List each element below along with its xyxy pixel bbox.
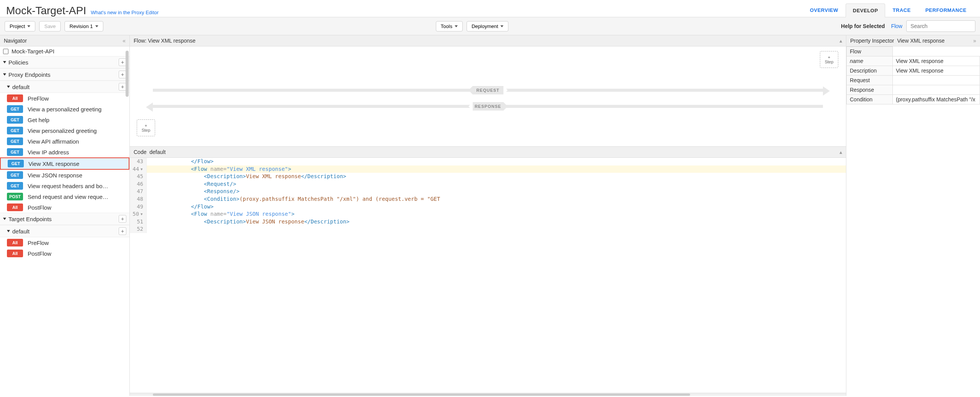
arrow-right-icon: [823, 86, 830, 96]
property-label: name: [847, 56, 893, 66]
toolbar: Project Save Revision 1 Tools Deployment…: [0, 17, 980, 35]
nav-flow-item[interactable]: GETView a personalized greeting: [0, 104, 129, 114]
code-header: Code default ▴: [130, 146, 846, 158]
collapse-left-icon[interactable]: «: [122, 38, 126, 44]
nav-flow-item[interactable]: GETView API affirmation: [0, 136, 129, 147]
plus-icon: +: [145, 123, 147, 128]
nav-root[interactable]: Mock-Target-API: [0, 46, 129, 56]
whats-new-link[interactable]: What's new in the Proxy Editor: [91, 10, 159, 15]
scrollbar-thumb[interactable]: [153, 394, 690, 396]
code-line[interactable]: 44 ▾ <Flow name="View XML response">: [130, 165, 846, 173]
project-dropdown[interactable]: Project: [5, 21, 35, 31]
property-label: Request: [847, 76, 893, 85]
property-value[interactable]: View XML response: [893, 56, 980, 66]
add-button[interactable]: +: [119, 215, 126, 223]
tab-performance[interactable]: PERFORMANCE: [918, 3, 974, 17]
expand-right-icon[interactable]: »: [973, 38, 976, 44]
tab-develop[interactable]: DEVELOP: [846, 3, 886, 17]
scrollbar-thumb[interactable]: [126, 51, 129, 97]
code-line[interactable]: 46 <Request/>: [130, 180, 846, 188]
triangle-down-icon: [3, 61, 6, 63]
flow-label: View personalized greeting: [28, 127, 126, 134]
collapse-up-icon[interactable]: ▴: [839, 38, 842, 44]
triangle-down-icon: [3, 73, 6, 76]
flow-label: View API affirmation: [28, 138, 126, 145]
code-line[interactable]: 50 ▾ <Flow name="View JSON response">: [130, 210, 846, 218]
caret-down-icon: [500, 25, 503, 27]
property-label: Description: [847, 66, 893, 76]
add-step-response[interactable]: + Step: [137, 119, 155, 136]
tab-trace[interactable]: TRACE: [885, 3, 918, 17]
add-button[interactable]: +: [119, 58, 126, 66]
help-topic-link[interactable]: Flow: [891, 23, 902, 29]
method-badge: All: [7, 250, 23, 257]
code-line[interactable]: 49 </Flow>: [130, 203, 846, 211]
collapse-code-icon[interactable]: ▴: [839, 149, 842, 155]
inspector-row: DescriptionView XML response: [847, 66, 980, 76]
nav-group[interactable]: default+: [0, 225, 129, 237]
code-line[interactable]: 47 <Response/>: [130, 188, 846, 195]
inspector-group: Flow: [847, 47, 893, 56]
code-line[interactable]: 52: [130, 225, 846, 233]
nav-flow-item[interactable]: POSTSend request and view reque…: [0, 191, 129, 202]
add-button[interactable]: +: [119, 83, 126, 91]
flow-label: View request headers and bo…: [28, 183, 126, 189]
flow-label: PreFlow: [28, 95, 126, 102]
code-editor[interactable]: 43 </Flow>44 ▾ <Flow name="View XML resp…: [130, 158, 846, 393]
property-value[interactable]: [893, 85, 980, 95]
navigator-panel: Navigator « Mock-Target-APIPolicies+Prox…: [0, 35, 130, 396]
nav-group[interactable]: default+: [0, 81, 129, 93]
property-value[interactable]: (proxy.pathsuffix MatchesPath "/x: [893, 95, 980, 104]
plus-icon: +: [828, 55, 830, 60]
method-badge: GET: [7, 171, 23, 179]
property-inspector-panel: Property Inspector View XML response » F…: [846, 35, 980, 396]
arrow-left-icon: [146, 103, 153, 112]
flow-label: View JSON response: [28, 172, 126, 179]
nav-flow-item[interactable]: GETView IP address: [0, 147, 129, 157]
code-line[interactable]: 45 <Description>View XML response</Descr…: [130, 173, 846, 180]
proxy-title: Mock-Target-API: [6, 5, 86, 17]
method-badge: All: [7, 239, 23, 246]
code-line[interactable]: 48 <Condition>(proxy.pathsuffix MatchesP…: [130, 195, 846, 203]
add-button[interactable]: +: [119, 71, 126, 78]
revision-dropdown[interactable]: Revision 1: [65, 21, 103, 31]
nav-section[interactable]: Target Endpoints+: [0, 213, 129, 225]
horizontal-scrollbar[interactable]: [130, 393, 846, 396]
center-panel: Flow: View XML response ▴ + Step REQUEST…: [130, 35, 846, 396]
nav-flow-item[interactable]: GETView personalized greeting: [0, 125, 129, 136]
help-for-selected-label: Help for Selected: [841, 23, 885, 29]
nav-flow-item[interactable]: AllPostFlow: [0, 248, 129, 259]
nav-flow-item[interactable]: GETView request headers and bo…: [0, 180, 129, 191]
method-badge: All: [7, 94, 23, 102]
property-value[interactable]: View XML response: [893, 66, 980, 76]
nav-flow-item[interactable]: GETView XML response: [0, 157, 129, 170]
tools-dropdown[interactable]: Tools: [436, 21, 463, 31]
flow-label: PostFlow: [28, 204, 126, 211]
nav-flow-item[interactable]: AllPostFlow: [0, 202, 129, 213]
search-input[interactable]: [906, 20, 975, 32]
method-badge: All: [7, 203, 23, 211]
flow-label: View a personalized greeting: [28, 106, 126, 112]
save-button[interactable]: Save: [39, 21, 61, 31]
triangle-down-icon: [3, 218, 6, 220]
method-badge: GET: [8, 160, 24, 167]
caret-down-icon: [455, 25, 458, 27]
triangle-down-icon: [7, 86, 10, 88]
property-value[interactable]: [893, 76, 980, 85]
add-button[interactable]: +: [119, 227, 126, 235]
nav-section[interactable]: Policies+: [0, 56, 129, 68]
caret-down-icon: [95, 25, 98, 27]
nav-flow-item[interactable]: AllPreFlow: [0, 237, 129, 248]
nav-flow-item[interactable]: GETView JSON response: [0, 170, 129, 180]
tab-overview[interactable]: OVERVIEW: [803, 3, 846, 17]
nav-flow-item[interactable]: GETGet help: [0, 114, 129, 125]
add-step-request[interactable]: + Step: [820, 51, 838, 68]
nav-flow-item[interactable]: AllPreFlow: [0, 93, 129, 104]
method-badge: GET: [7, 148, 23, 156]
code-line[interactable]: 43 </Flow>: [130, 158, 846, 165]
deployment-dropdown[interactable]: Deployment: [467, 21, 508, 31]
code-line[interactable]: 51 <Description>View JSON response</Desc…: [130, 218, 846, 226]
flow-label: PreFlow: [28, 240, 126, 246]
nav-section[interactable]: Proxy Endpoints+: [0, 68, 129, 81]
inspector-row: Request: [847, 76, 980, 85]
